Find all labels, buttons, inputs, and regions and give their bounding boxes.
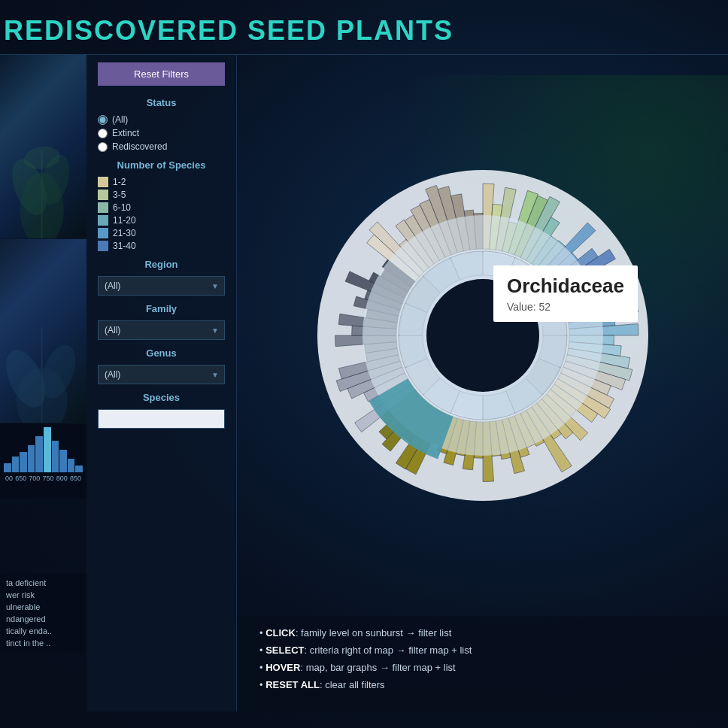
tooltip-value: Value: 52 (507, 301, 624, 313)
instruction-select: • SELECT: criteria right of map → filter… (259, 645, 705, 656)
instruction-hover: • HOVER: map, bar graphs → filter map + … (259, 662, 705, 673)
legend-item-3: ulnerable (4, 601, 83, 613)
status-extinct-radio[interactable] (98, 129, 108, 138)
bar-2 (12, 457, 20, 472)
family-filter-title: Family (98, 303, 225, 314)
text-select: : criteria right of map → filter map + l… (304, 645, 472, 656)
species-filter-title: Species (98, 392, 225, 403)
species-31-40[interactable]: 31-40 (98, 241, 225, 251)
bullet-2: • (259, 645, 265, 656)
region-select[interactable]: (All) (98, 276, 225, 296)
bar-5 (35, 436, 43, 472)
page-header: REDISCOVERED SEED PLANTS (0, 0, 728, 55)
status-rediscovered-label[interactable]: Rediscovered (112, 141, 167, 152)
instructions-panel: • CLICK: family level on sunburst → filt… (237, 616, 728, 711)
species-count-legend: 1-2 3-5 6-10 11-20 21-30 (98, 177, 225, 251)
left-panel: ta deficient wer risk ulnerable ndangere… (0, 55, 86, 711)
bar-chart (4, 427, 83, 472)
region-select-wrap: (All) ▼ (98, 276, 225, 296)
legend-item-2: wer risk (4, 589, 83, 601)
family-select-wrap: (All) ▼ (98, 320, 225, 340)
status-filter-title: Status (98, 97, 225, 108)
species-11-20[interactable]: 11-20 (98, 215, 225, 226)
bar-4 (28, 445, 35, 472)
species-count-title: Number of Species (98, 159, 225, 171)
text-click: : family level on sunburst → filter list (296, 627, 451, 639)
genus-select-wrap: (All) ▼ (98, 365, 225, 384)
tooltip-family-name: Orchidaceae (507, 275, 624, 298)
status-all-label[interactable]: (All) (112, 114, 128, 125)
tooltip-box: Orchidaceae Value: 52 (493, 265, 638, 322)
bar-chart-panel: 00 650 700 750 800 850 (0, 423, 86, 499)
label-11-20: 11-20 (113, 215, 136, 226)
sunburst-chart[interactable] (302, 155, 663, 516)
status-all-radio[interactable] (98, 115, 108, 125)
bar-9 (68, 459, 75, 472)
label-21-30: 21-30 (113, 228, 136, 238)
tick-5: 800 (56, 475, 68, 482)
species-3-5[interactable]: 3-5 (98, 190, 225, 200)
chart-area[interactable]: Orchidaceae Value: 52 (237, 55, 728, 616)
instruction-reset: • RESET ALL: clear all filters (259, 679, 705, 690)
key-select: SELECT (265, 645, 304, 656)
bar-8 (59, 450, 67, 472)
bar-axis: 00 650 700 750 800 850 (4, 475, 83, 482)
bar-3 (20, 452, 27, 472)
label-31-40: 31-40 (113, 241, 136, 251)
image-slot-1 (0, 55, 86, 239)
status-all[interactable]: (All) (98, 114, 225, 125)
legend-item-1: ta deficient (4, 577, 83, 589)
legend-item-6: tinct in the .. (4, 637, 83, 649)
swatch-6-10 (98, 202, 108, 213)
swatch-1-2 (98, 177, 108, 187)
family-select[interactable]: (All) (98, 320, 225, 340)
bar-10 (75, 466, 83, 472)
status-extinct[interactable]: Extinct (98, 128, 225, 138)
species-input[interactable] (98, 409, 225, 429)
status-extinct-label[interactable]: Extinct (112, 128, 139, 138)
tick-2: 650 (15, 475, 26, 482)
label-3-5: 3-5 (113, 190, 126, 200)
species-6-10[interactable]: 6-10 (98, 202, 225, 213)
swatch-21-30 (98, 228, 108, 238)
species-1-2[interactable]: 1-2 (98, 177, 225, 187)
bar-7 (52, 441, 59, 472)
genus-select[interactable]: (All) (98, 365, 225, 384)
legend-item-5: tically enda.. (4, 625, 83, 637)
main-panel: Orchidaceae Value: 52 • CLICK: family le… (237, 55, 728, 711)
key-reset: RESET ALL (265, 679, 320, 690)
text-hover: : map, bar graphs → filter map + list (300, 662, 455, 673)
status-radio-group: (All) Extinct Rediscovered (98, 114, 225, 152)
legend-panel: ta deficient wer risk ulnerable ndangere… (0, 573, 86, 653)
status-rediscovered-radio[interactable] (98, 142, 108, 152)
status-rediscovered[interactable]: Rediscovered (98, 141, 225, 152)
label-6-10: 6-10 (113, 202, 131, 213)
text-reset: : clear all filters (320, 679, 385, 690)
instruction-click: • CLICK: family level on sunburst → filt… (259, 627, 705, 639)
species-21-30[interactable]: 21-30 (98, 228, 225, 238)
region-filter-title: Region (98, 259, 225, 270)
tick-6: 850 (70, 475, 81, 482)
main-layout: ta deficient wer risk ulnerable ndangere… (0, 55, 728, 711)
tick-4: 750 (43, 475, 54, 482)
label-1-2: 1-2 (113, 177, 126, 187)
bar-6 (44, 427, 51, 472)
legend-item-4: ndangered (4, 613, 83, 625)
key-hover: HOVER (265, 662, 300, 673)
tick-1: 00 (5, 475, 13, 482)
image-slot-2 (0, 239, 86, 423)
reset-filters-button[interactable]: Reset Filters (98, 62, 225, 86)
bar-1 (4, 463, 11, 472)
bullet-1: • (259, 627, 265, 639)
bullet-3: • (259, 662, 265, 673)
tick-3: 700 (29, 475, 40, 482)
page-title: REDISCOVERED SEED PLANTS (4, 15, 717, 47)
filter-panel: Reset Filters Status (All) Extinct Redis… (86, 55, 237, 711)
key-click: CLICK (265, 627, 296, 639)
genus-filter-title: Genus (98, 347, 225, 359)
swatch-11-20 (98, 215, 108, 226)
swatch-31-40 (98, 241, 108, 251)
bullet-4: • (259, 679, 265, 690)
swatch-3-5 (98, 190, 108, 200)
